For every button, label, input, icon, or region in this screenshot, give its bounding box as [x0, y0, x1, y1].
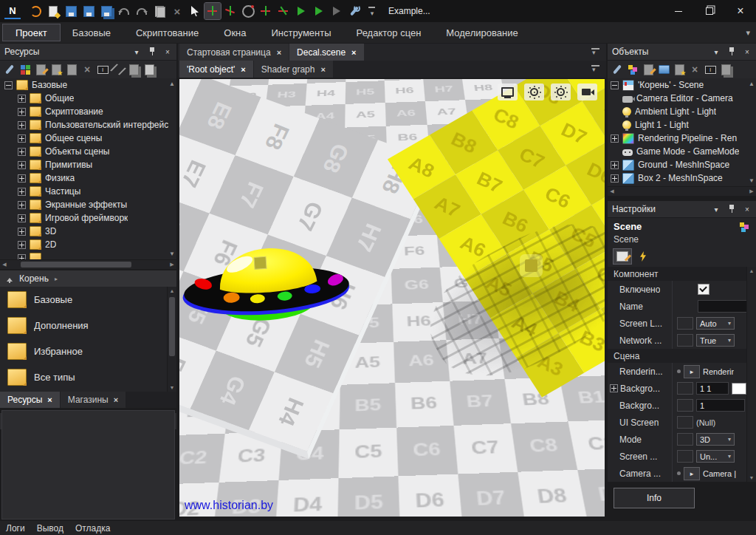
expand-icon[interactable]	[18, 134, 26, 143]
play-disabled-icon[interactable]	[329, 3, 345, 19]
properties-tab-icon[interactable]	[614, 249, 631, 264]
settings-panel-header[interactable]: Настройки ▾ ×	[608, 201, 756, 217]
scroll-up-icon[interactable]: ▲	[747, 268, 756, 273]
expand-icon[interactable]	[18, 161, 26, 169]
ribbon-collapse-icon[interactable]: ▾	[746, 28, 750, 38]
menu-item[interactable]: Окна	[211, 24, 258, 41]
scroll-up-icon[interactable]: ▲	[169, 81, 175, 87]
scroll-left-icon[interactable]: ◀	[608, 188, 616, 194]
sun-button[interactable]	[524, 84, 544, 100]
folder-list-item[interactable]: Избранное	[0, 338, 176, 364]
tree-item[interactable]: Скриптование	[0, 105, 176, 118]
expand-icon[interactable]	[18, 241, 26, 249]
breadcrumb-label[interactable]: Корень	[19, 273, 49, 284]
expand-icon[interactable]	[18, 95, 26, 103]
menu-item[interactable]: Скриптование	[123, 24, 211, 41]
breadcrumb-arrow-icon[interactable]: ▸	[55, 276, 58, 282]
menu-item[interactable]: Моделирование	[433, 24, 530, 41]
settings-icon[interactable]	[3, 63, 16, 76]
dropdown[interactable]: True	[696, 334, 735, 347]
up-arrow-icon[interactable]	[6, 275, 13, 283]
status-item[interactable]: Отладка	[75, 523, 110, 534]
new-resource-icon[interactable]	[49, 63, 63, 76]
tree-item[interactable]: Экранные эффекты	[0, 198, 176, 211]
reference-button[interactable]	[684, 467, 700, 480]
cut-icon[interactable]	[111, 63, 125, 76]
tab-Стартовая страница[interactable]: Стартовая страница×	[179, 44, 289, 61]
scroll-right-icon[interactable]: ▶	[747, 188, 756, 194]
scroll-down-icon[interactable]: ▼	[168, 385, 176, 390]
object-item[interactable]: Ambient Light - Light	[608, 105, 756, 118]
tree-item[interactable]: 3D	[0, 225, 176, 238]
tree-item[interactable]	[0, 251, 176, 259]
tree-item[interactable]: Общее сцены	[0, 132, 176, 145]
expand-icon[interactable]	[611, 161, 619, 169]
menu-item[interactable]: Базовые	[60, 24, 123, 41]
expand-icon[interactable]	[18, 188, 26, 196]
default-box[interactable]	[677, 433, 693, 446]
rename-icon[interactable]	[96, 63, 109, 76]
rename-icon[interactable]	[704, 63, 717, 76]
delete-icon[interactable]	[80, 63, 94, 76]
save-as-icon[interactable]	[80, 3, 97, 19]
expand-icon[interactable]	[18, 108, 26, 116]
color-swatch[interactable]	[732, 383, 746, 395]
folder-list-item[interactable]: Все типы	[0, 364, 176, 390]
play-2-icon[interactable]	[311, 3, 327, 19]
section-header[interactable]: Компонент	[608, 267, 746, 281]
close-icon[interactable]: ×	[743, 205, 752, 214]
scene-viewport[interactable]: E1E2E3E4E5E6E7E8E1E2E3E4E5E6E7E8E1E2E3E4…	[179, 79, 605, 517]
selection-handle[interactable]	[525, 259, 537, 272]
display-button[interactable]	[498, 84, 518, 100]
dropdown[interactable]: 3D	[696, 433, 735, 446]
paste-icon[interactable]	[142, 63, 156, 76]
window-position-icon[interactable]: ▾	[712, 205, 721, 214]
edit-icon[interactable]	[34, 63, 47, 76]
close-icon[interactable]: ×	[320, 65, 325, 74]
tree-item[interactable]: 2D	[0, 238, 176, 251]
redo-icon[interactable]	[134, 3, 150, 19]
close-button[interactable]	[725, 0, 756, 22]
delete-icon[interactable]	[169, 3, 185, 19]
default-box[interactable]	[677, 317, 693, 330]
settings-icon[interactable]	[611, 63, 624, 76]
close-icon[interactable]: ×	[163, 47, 172, 56]
scroll-down-icon[interactable]: ▼	[749, 177, 755, 184]
objects-hscrollbar[interactable]: ◀ ▶	[608, 186, 756, 196]
object-item[interactable]: Rendering Pipeline - Ren	[608, 132, 756, 145]
tree-item[interactable]: Примитивы	[0, 158, 176, 171]
scrollbar-thumb[interactable]	[21, 262, 131, 268]
tab-Decal.scene[interactable]: Decal.scene×	[289, 44, 363, 61]
default-box[interactable]	[677, 399, 693, 412]
refresh-icon[interactable]	[27, 3, 44, 19]
checkbox[interactable]	[698, 284, 709, 295]
expand-icon[interactable]	[18, 121, 26, 129]
close-icon[interactable]: ×	[351, 48, 356, 57]
pin-icon[interactable]	[148, 47, 157, 56]
save-all-icon[interactable]	[98, 3, 114, 19]
dropdown[interactable]: Un...	[696, 450, 735, 463]
undo-icon[interactable]	[116, 3, 132, 19]
events-tab-icon[interactable]	[634, 249, 652, 264]
select-icon[interactable]	[187, 3, 203, 19]
close-icon[interactable]: ×	[241, 65, 245, 74]
close-icon[interactable]: ×	[743, 47, 752, 56]
window-position-icon[interactable]: ▾	[712, 47, 721, 56]
tree-item[interactable]: Базовые	[0, 78, 176, 92]
folder-icon[interactable]	[657, 63, 670, 76]
new-object-icon[interactable]	[673, 63, 686, 76]
edit-icon[interactable]	[642, 63, 655, 76]
tools-icon[interactable]	[346, 3, 362, 19]
tab-Магазины[interactable]: Магазины×	[61, 392, 126, 408]
reference-button[interactable]	[684, 365, 700, 378]
tree-item[interactable]: Пользовательский интерфейс	[0, 118, 176, 132]
pin-icon[interactable]	[727, 47, 736, 56]
expand-icon[interactable]	[611, 81, 619, 89]
camera-button[interactable]	[577, 84, 597, 100]
menu-item[interactable]: Проект	[3, 24, 60, 41]
app-logo[interactable]: N	[4, 3, 21, 19]
duplicate-icon[interactable]	[65, 63, 78, 76]
resources-hscrollbar[interactable]: ◀ ▶	[0, 259, 176, 269]
expand-icon[interactable]	[610, 384, 618, 392]
object-item[interactable]: Camera Editor - Camera	[608, 92, 756, 105]
